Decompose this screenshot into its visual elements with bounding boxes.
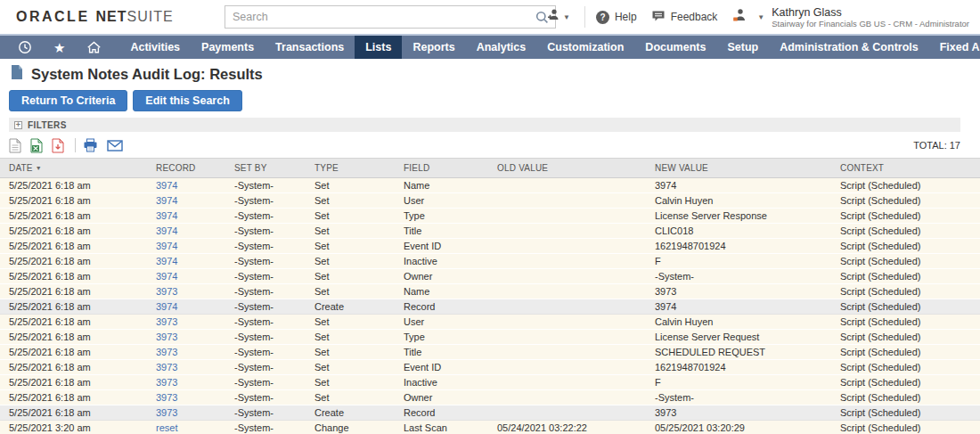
- print-icon[interactable]: [83, 138, 98, 152]
- record-link[interactable]: 3974: [156, 225, 177, 236]
- return-to-criteria-button[interactable]: Return To Criteria: [9, 90, 127, 111]
- record-link[interactable]: reset: [156, 422, 177, 433]
- nav-item-reports[interactable]: Reports: [402, 36, 465, 59]
- oracle-logo-text: ORACLE: [16, 9, 90, 24]
- cell-old-value: [490, 224, 648, 239]
- table-row: 5/25/2021 6:18 am3973-System-SetName3973…: [0, 284, 980, 299]
- quick-add-button[interactable]: ▼: [546, 8, 570, 26]
- export-pdf-icon[interactable]: [52, 138, 64, 153]
- table-row: 5/25/2021 6:18 am3973-System-SetOwner-Sy…: [0, 390, 980, 405]
- column-header-record[interactable]: RECORD: [149, 159, 227, 178]
- cell-old-value: [490, 345, 648, 360]
- record-link[interactable]: 3974: [156, 271, 177, 282]
- cell-type: Set: [307, 254, 396, 269]
- nav-item-administration-controls[interactable]: Administration & Controls: [769, 36, 929, 59]
- nav-item-customization[interactable]: Customization: [536, 36, 634, 59]
- nav-item-payments[interactable]: Payments: [191, 36, 265, 59]
- cell-type: Create: [307, 405, 396, 421]
- column-header-date[interactable]: DATE▼: [0, 159, 149, 178]
- record-link[interactable]: 3974: [156, 180, 177, 191]
- export-excel-icon[interactable]: [30, 138, 43, 153]
- cell-new-value: Calvin Huyen: [648, 193, 833, 209]
- cell-field: Event ID: [396, 360, 490, 375]
- nav-item-fixed-assets[interactable]: Fixed Assets: [929, 36, 980, 59]
- recent-records-icon[interactable]: [0, 36, 43, 59]
- feedback-label: Feedback: [671, 11, 718, 23]
- cell-date: 5/25/2021 6:18 am: [0, 178, 149, 193]
- column-header-new-value[interactable]: NEW VALUE: [648, 159, 833, 178]
- cell-type: Change: [307, 421, 396, 434]
- user-menu[interactable]: ▼ Kathryn Glass Stairway for Financials …: [731, 6, 969, 29]
- nav-item-analytics[interactable]: Analytics: [466, 36, 537, 59]
- record-link[interactable]: 3974: [156, 210, 177, 221]
- record-link[interactable]: 3973: [156, 332, 177, 342]
- top-header: ORACLENETSUITE ▼ ? Help Feedback: [0, 0, 980, 34]
- cell-field: Last Scan: [396, 421, 490, 434]
- nav-items: ActivitiesPaymentsTransactionsListsRepor…: [119, 36, 980, 59]
- global-search[interactable]: [225, 5, 556, 29]
- cell-new-value: F: [648, 254, 833, 269]
- shortcuts-star-icon[interactable]: ★: [43, 36, 76, 59]
- cell-set-by: -System-: [227, 239, 307, 254]
- cell-new-value: License Server Response: [648, 209, 833, 224]
- table-row: 5/25/2021 6:18 am3974-System-SetUserCalv…: [0, 193, 980, 209]
- search-input[interactable]: [225, 6, 535, 28]
- record-link[interactable]: 3974: [156, 195, 177, 206]
- nav-item-activities[interactable]: Activities: [119, 36, 191, 59]
- cell-date: 5/25/2021 6:18 am: [0, 269, 149, 284]
- table-header-row: DATE▼ RECORD SET BY TYPE FIELD OLD VALUE…: [0, 159, 980, 178]
- record-link[interactable]: 3973: [156, 286, 177, 297]
- cell-new-value: License Server Request: [648, 330, 833, 345]
- cell-field: Owner: [396, 269, 490, 284]
- cell-date: 5/25/2021 6:18 am: [0, 193, 149, 209]
- table-row: 5/25/2021 6:18 am3974-System-SetEvent ID…: [0, 239, 980, 254]
- record-link[interactable]: 3973: [156, 407, 177, 418]
- cell-context: Script (Scheduled): [833, 421, 980, 434]
- cell-context: Script (Scheduled): [833, 299, 980, 315]
- help-button[interactable]: ? Help: [596, 11, 637, 24]
- user-role: Stairway for Financials GB US - CRM - Ad…: [772, 19, 969, 29]
- column-header-type[interactable]: TYPE: [307, 159, 396, 178]
- cell-type: Set: [307, 330, 396, 345]
- cell-record: 3974: [149, 269, 227, 284]
- cell-new-value: SCHEDULED REQUEST: [648, 345, 833, 360]
- table-row: 5/25/2021 6:18 am3974-System-SetOwner-Sy…: [0, 269, 980, 284]
- cell-date: 5/25/2021 3:20 am: [0, 421, 149, 434]
- record-link[interactable]: 3974: [156, 301, 177, 312]
- record-link[interactable]: 3973: [156, 316, 177, 327]
- record-link[interactable]: 3973: [156, 377, 177, 388]
- email-icon[interactable]: [107, 140, 123, 151]
- cell-set-by: -System-: [227, 375, 307, 390]
- nav-item-transactions[interactable]: Transactions: [265, 36, 355, 59]
- cell-set-by: -System-: [227, 390, 307, 405]
- column-header-old-value[interactable]: OLD VALUE: [490, 159, 648, 178]
- cell-new-value: CLIC018: [648, 224, 833, 239]
- cell-record: 3974: [149, 239, 227, 254]
- cell-set-by: -System-: [227, 284, 307, 299]
- column-header-set-by[interactable]: SET BY: [227, 159, 307, 178]
- record-link[interactable]: 3973: [156, 347, 177, 357]
- cell-type: Set: [307, 224, 396, 239]
- filters-expander[interactable]: + FILTERS: [9, 118, 960, 132]
- netsuite-logo[interactable]: ORACLENETSUITE: [16, 9, 174, 25]
- chevron-down-icon: ▼: [757, 13, 764, 21]
- record-link[interactable]: 3973: [156, 362, 177, 373]
- export-csv-icon[interactable]: [9, 138, 21, 153]
- expand-plus-icon[interactable]: +: [14, 121, 22, 129]
- nav-item-lists[interactable]: Lists: [355, 36, 402, 59]
- cell-record: 3974: [149, 254, 227, 269]
- nav-item-setup[interactable]: Setup: [716, 36, 769, 59]
- cell-old-value: [490, 193, 648, 209]
- cell-set-by: -System-: [227, 405, 307, 421]
- cell-field: Owner: [396, 390, 490, 405]
- table-row: 5/25/2021 6:18 am3973-System-SetTypeLice…: [0, 330, 980, 345]
- home-icon[interactable]: [76, 36, 112, 59]
- column-header-field[interactable]: FIELD: [396, 159, 490, 178]
- record-link[interactable]: 3973: [156, 392, 177, 403]
- record-link[interactable]: 3974: [156, 256, 177, 266]
- nav-item-documents[interactable]: Documents: [634, 36, 716, 59]
- feedback-button[interactable]: Feedback: [651, 9, 718, 25]
- record-link[interactable]: 3974: [156, 241, 177, 251]
- column-header-context[interactable]: CONTEXT: [833, 159, 980, 178]
- edit-this-search-button[interactable]: Edit this Search: [133, 90, 241, 111]
